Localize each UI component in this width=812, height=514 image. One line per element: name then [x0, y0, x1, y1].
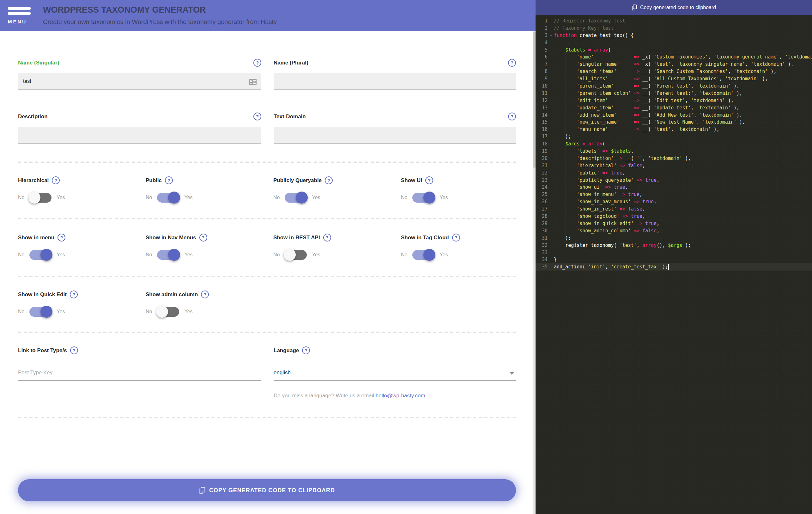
line-number: 11 [535, 90, 552, 97]
toggle-switch-publicly-queryable[interactable] [285, 193, 307, 203]
menu-button[interactable]: MENU [4, 5, 36, 27]
name-singular-field-group: Name (Singular) ? [18, 59, 261, 90]
code-line: 13 'update_item' => __( 'Update test', '… [535, 104, 812, 112]
help-icon[interactable]: ? [70, 290, 78, 298]
description-input[interactable] [18, 127, 261, 144]
line-number: 28 [535, 213, 552, 220]
code-line: 19 'labels' => $labels, [535, 148, 812, 155]
help-icon[interactable]: ? [452, 234, 460, 241]
code-line: 35add_action( 'init', 'create_test_tax' … [535, 263, 812, 270]
text-cursor [668, 264, 669, 270]
toggle-label: Show in Quick Edit [18, 291, 67, 298]
help-icon[interactable]: ? [199, 234, 207, 241]
toggle-knob [28, 192, 40, 204]
toggle-label: Show admin column [146, 291, 198, 298]
code-line: 11 'parent_item_colon' => __( 'Parent te… [535, 90, 812, 97]
name-singular-label: Name (Singular) [18, 60, 59, 66]
code-line: 7 'singular_name' => _x( 'test', 'taxono… [535, 61, 812, 68]
text-domain-input[interactable] [273, 127, 516, 144]
code-lines: 1// Register Taxonomy test 2// Taxonomy … [535, 18, 812, 270]
hamburger-icon [8, 7, 31, 10]
language-hint: Do you miss a language? Write us a email… [273, 393, 516, 399]
toggle-switch-hierarchical[interactable] [29, 193, 52, 203]
line-number: 20 [535, 155, 552, 162]
toggle-field-publicly-queryable: Publicly Queryable ? No Yes [273, 176, 401, 204]
email-link[interactable]: hello@wp-hasty.com [376, 393, 425, 399]
line-number: 19 [535, 148, 552, 155]
help-icon[interactable]: ? [508, 59, 516, 67]
help-icon[interactable]: ? [508, 113, 516, 120]
toggle-label: Hierarchical [18, 177, 49, 184]
code-line: 15 'new_item_name' => __( 'New test Name… [535, 118, 812, 126]
code-editor[interactable]: 1// Register Taxonomy test 2// Taxonomy … [535, 15, 812, 514]
toggle-no-label: No [146, 309, 152, 315]
copy-code-header-button[interactable]: Copy generated code to clipboard [535, 0, 812, 15]
help-icon[interactable]: ? [52, 176, 60, 184]
name-plural-field-group: Name (Plural) ? [273, 59, 516, 90]
language-select[interactable]: english [273, 370, 516, 381]
line-number: 9 [535, 75, 552, 83]
toggle-yes-label: Yes [184, 252, 193, 258]
toggle-knob [424, 249, 435, 261]
toggle-switch-show-in-nav-menus[interactable] [157, 250, 179, 260]
description-fields-row: Description ? Text-Domain ? [18, 113, 516, 144]
toggle-switch-show-ui[interactable] [412, 193, 434, 203]
name-plural-input[interactable] [273, 73, 516, 90]
name-plural-label: Name (Plural) [273, 60, 308, 66]
help-icon[interactable]: ? [253, 113, 261, 120]
name-singular-input[interactable] [18, 73, 261, 90]
scrollbar-thumb[interactable] [533, 32, 535, 168]
toggle-yes-label: Yes [57, 195, 65, 200]
help-icon[interactable]: ? [58, 234, 65, 241]
autofill-icon[interactable] [248, 78, 257, 85]
help-icon[interactable]: ? [323, 234, 331, 241]
divider [18, 417, 516, 418]
toggle-no-label: No [273, 252, 280, 258]
toggle-switch-show-in-tag-cloud[interactable] [412, 250, 434, 260]
description-label: Description [18, 113, 48, 120]
divider [18, 218, 516, 219]
page: MENU WORDPRESS TAXONOMY GENERATOR Create… [0, 0, 812, 514]
toggle-knob [40, 249, 53, 261]
code-line: 20 'description' => __( '', 'textdomain'… [535, 155, 812, 162]
toggle-no-label: No [18, 252, 24, 258]
line-number: 30 [535, 227, 552, 234]
language-label: Language [273, 347, 299, 354]
help-icon[interactable]: ? [302, 346, 310, 354]
post-type-key-input[interactable] [18, 370, 261, 381]
line-number: 17 [535, 133, 552, 140]
help-icon[interactable]: ? [165, 176, 173, 184]
language-value: english [273, 370, 291, 375]
toggle-no-label: No [146, 252, 152, 258]
line-number: 5 [535, 47, 552, 54]
code-line: 30 'show_admin_column' => false, [535, 227, 812, 234]
code-line: 1// Register Taxonomy test [535, 18, 812, 25]
code-line: 23 'publicly_queryable' => true, [535, 177, 812, 184]
code-line: 31 ); [535, 234, 812, 242]
toggle-knob [284, 249, 296, 261]
help-icon[interactable]: ? [325, 176, 333, 184]
toggle-switch-show-admin-column[interactable] [157, 307, 179, 317]
line-number: 16 [535, 126, 552, 133]
toggle-row-3: Show in Quick Edit ? No Yes Show admin c… [18, 290, 529, 318]
toggle-switch-public[interactable] [157, 193, 179, 203]
line-number: 8 [535, 68, 552, 75]
toggle-yes-label: Yes [184, 195, 193, 200]
help-icon[interactable]: ? [201, 290, 209, 298]
line-number: 12 [535, 97, 552, 104]
copy-code-header-label: Copy generated code to clipboard [640, 5, 716, 10]
toggle-switch-show-in-menu[interactable] [29, 250, 52, 260]
help-icon[interactable]: ? [253, 59, 261, 67]
toggle-label: Show UI [401, 177, 422, 184]
code-line: 32 register_taxonomy( 'test', array(), $… [535, 242, 812, 249]
help-icon[interactable]: ? [70, 346, 78, 354]
help-icon[interactable]: ? [425, 176, 433, 184]
line-number: 15 [535, 118, 552, 126]
toggle-label: Show in Tag Cloud [401, 234, 449, 241]
line-number: 31 [535, 234, 552, 242]
code-line: 16 'menu_name' => __( 'test', 'textdomai… [535, 126, 812, 133]
toggle-no-label: No [18, 195, 24, 200]
copy-code-button[interactable]: COPY GENERATED CODE TO CLIPBOARD [18, 479, 516, 502]
toggle-switch-show-in-rest-api[interactable] [285, 250, 307, 260]
toggle-switch-show-in-quick-edit[interactable] [29, 307, 52, 317]
